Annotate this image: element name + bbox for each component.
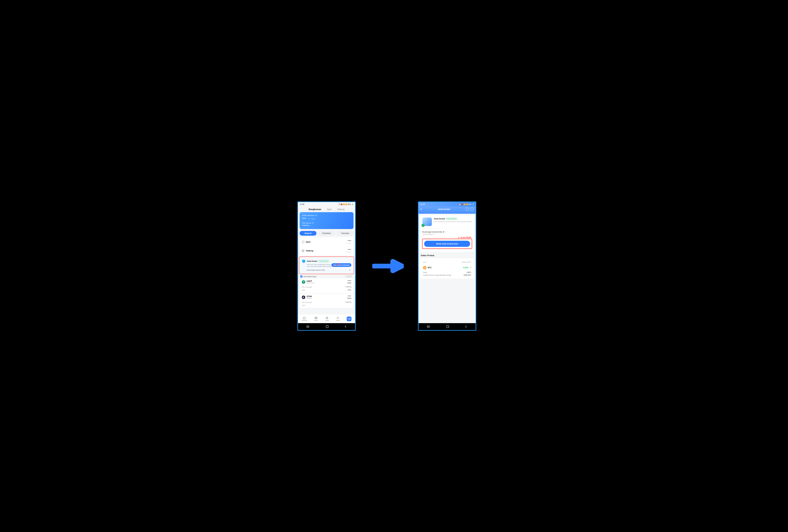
ai-status-badge: Tidak diaktifkan <box>446 218 457 220</box>
status-icons: ⏰ 🔇 📶 📶 55% 🔋 <box>459 203 474 205</box>
pnl-cum-value: ****(****) <box>345 301 351 303</box>
ai-profit-value: 0 <box>349 269 350 271</box>
coin-balance-sub: **** <box>347 297 351 300</box>
profit-yday-label: Keuntungan kemarin (Rp) <box>422 231 442 233</box>
nav-trade[interactable]: Trade <box>325 316 329 321</box>
ai-card-title: Auto-Invest <box>434 218 445 220</box>
coin-balance: **** <box>347 280 351 282</box>
btc-icon: ₿ <box>423 266 427 269</box>
android-back[interactable] <box>466 326 468 328</box>
auto-invest-desc: Klik untuk mulai menghasilkan dengan dan… <box>307 264 334 267</box>
coin-balance: **** <box>347 295 351 297</box>
phone-auto-invest: 11:44 ⏰ 🔇 📶 📶 55% 🔋 Auto-Invest Auto-Inv… <box>418 201 476 331</box>
deposit-button[interactable]: Deposit <box>300 231 316 236</box>
product-btc[interactable]: ₿BTC 5.00% <box>422 265 472 271</box>
saldo-value: 0 BTC <box>467 272 471 273</box>
start-auto-invest-button[interactable]: Mulai Auto-Invest koin <box>424 241 470 247</box>
product-list-title: Daftar Produk <box>421 254 473 257</box>
header-docs-icon[interactable] <box>471 208 473 211</box>
min-value: 0,001 BTC <box>464 274 471 276</box>
total-profit-value: 0 <box>434 234 434 235</box>
svg-point-1 <box>326 317 328 319</box>
spot-value: **** <box>348 289 351 292</box>
row-staking-label: Staking <box>306 250 313 252</box>
asset-usdt[interactable]: TUSDTTether USDT ******** PNL Kumulatif*… <box>300 278 354 293</box>
row-spot[interactable]: Spot ****≈**** BTC <box>300 238 354 247</box>
android-nav <box>419 323 476 330</box>
row-spot-sub: ≈**** BTC <box>346 242 351 244</box>
my-assets-checkbox[interactable] <box>300 275 302 278</box>
nav-market[interactable]: Pasar <box>314 316 318 321</box>
nav-home[interactable]: Beranda <box>302 316 307 321</box>
android-home[interactable] <box>326 326 329 328</box>
spot-icon <box>302 241 304 243</box>
balance-card: Saldo sekarang **** ≈**** BTC PNL hari i… <box>300 212 354 229</box>
balance-amount: **** <box>302 217 307 220</box>
svg-point-4 <box>350 319 350 319</box>
ai-profit-label: Keuntungan kemarin (Rp) <box>307 269 325 271</box>
search-input[interactable]: Cari <box>345 275 353 278</box>
android-recents[interactable] <box>307 327 309 327</box>
asset-strk[interactable]: ◐STRKStarknet ******** PNL Kumulatif****… <box>300 294 354 308</box>
coin-name: Tether USDT <box>307 282 315 284</box>
pnl-value[interactable]: ****(****) › <box>302 224 351 226</box>
asset-apy: 5.00% <box>463 267 468 269</box>
asset-symbol: BTC <box>428 267 432 269</box>
tab-staking[interactable]: Staking <box>337 208 344 211</box>
balances-card: Spot ****≈**** BTC Staking ****≈**** BTC <box>300 237 354 256</box>
my-assets-label: Aset Kripto Saya <box>303 276 316 277</box>
android-recents[interactable] <box>427 327 430 327</box>
balance-unit: ≈**** BTC <box>308 218 316 220</box>
profit-yday-value: 0 <box>443 231 444 233</box>
row-spot-label: Spot <box>306 241 311 243</box>
nav-swap[interactable]: Swap <box>336 316 340 321</box>
info-icon[interactable]: ? <box>312 222 313 224</box>
row-staking-sub: ≈**** BTC <box>346 251 351 253</box>
chevron-up-icon <box>470 267 471 269</box>
transactions-button[interactable]: Transaksi <box>337 231 354 236</box>
status-bar: 11:44 ⏰ 🔇 📶 📶 55% 🔋 <box>298 202 355 206</box>
col-apy: Estimasi APY <box>462 261 471 263</box>
auto-invest-card-highlight: Auto-Invest Tidak diaktifkan Klik untuk … <box>299 256 354 274</box>
my-assets-header: Aset Kripto Saya Cari <box>300 275 353 278</box>
auto-invest-info-card: Auto-InvestTidak diaktifkan Anda mempero… <box>420 215 474 252</box>
row-staking-value: **** <box>346 249 351 251</box>
auto-invest-icon <box>302 259 306 263</box>
start-button-highlight: Mulai Auto-Invest koin <box>422 239 472 249</box>
phone-wallet-overview: 11:44 ⏰ 🔇 📶 📶 55% 🔋 Rangkuman Spot Staki… <box>297 201 356 331</box>
auto-invest-now-button[interactable]: Auto-Invest sekarang <box>331 263 351 267</box>
android-home[interactable] <box>447 326 449 328</box>
status-icons: ⏰ 🔇 📶 📶 55% 🔋 <box>338 203 354 205</box>
product-list-card: Aset Estimasi APY ₿BTC 5.00% Saldo0 BTC … <box>420 258 474 278</box>
withdraw-button[interactable]: Penarikan <box>318 231 335 236</box>
ai-card-desc: Anda memperoleh bunga dari dana anda yan… <box>434 221 472 223</box>
action-row: Deposit Penarikan Transaksi <box>300 231 354 236</box>
coin-name: Starknet <box>307 298 312 299</box>
row-spot-value: **** <box>346 240 351 242</box>
bottom-nav: Beranda Pasar Trade Swap <box>298 314 355 323</box>
android-nav <box>298 323 355 330</box>
spot-label: Spot <box>302 304 305 306</box>
tab-rangkuman[interactable]: Rangkuman <box>309 208 321 211</box>
total-profit-label: Total profit(Rp) <box>422 234 433 235</box>
staking-icon <box>302 250 304 252</box>
min-label: Jumlah minimum yang dikenakan bunga <box>423 274 451 276</box>
hide-balance-icon[interactable] <box>315 214 317 216</box>
back-icon[interactable] <box>420 208 422 210</box>
page-header: Auto-Invest <box>419 206 476 214</box>
coin-symbol: STRK <box>307 295 312 298</box>
android-back[interactable] <box>345 326 347 328</box>
pnl-label: PNL hari ini <box>302 222 311 224</box>
spot-label: Spot <box>302 289 305 292</box>
transition-arrow-icon <box>372 255 404 277</box>
auto-invest-status-badge: Tidak diaktifkan <box>318 260 329 262</box>
coin-balance-sub: **** <box>347 282 351 285</box>
auto-invest-illustration <box>422 218 432 226</box>
tab-spot[interactable]: Spot <box>327 208 331 211</box>
header-history-icon[interactable] <box>466 208 469 211</box>
coin-symbol: USDT <box>307 280 315 282</box>
nav-wallet[interactable] <box>347 316 352 321</box>
col-asset: Aset <box>423 261 426 263</box>
annotation-klik-disini: KLIK DISINI <box>422 236 471 239</box>
row-staking[interactable]: Staking ****≈**** BTC <box>300 247 354 255</box>
